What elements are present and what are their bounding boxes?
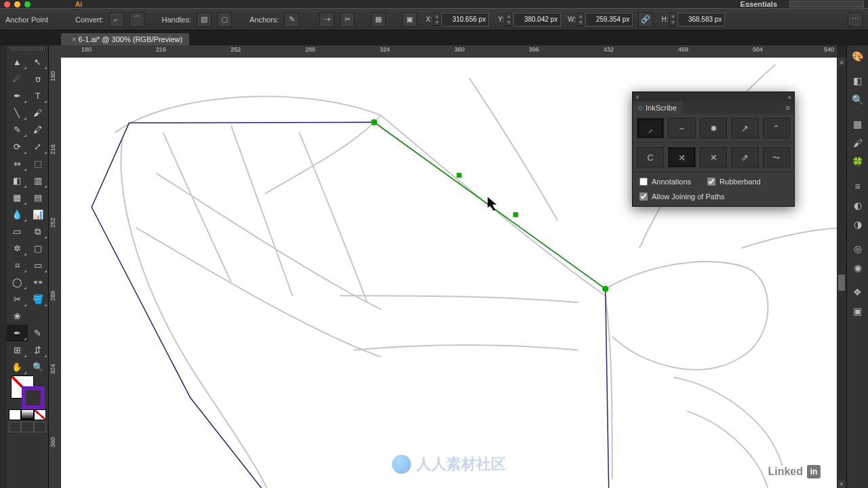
x-stepper[interactable]: ▲▼ [433, 13, 440, 26]
tab-close-icon[interactable]: × [72, 35, 76, 43]
snap-point-icon[interactable]: ✸ [700, 118, 727, 138]
mesh-tool[interactable]: ▤ [28, 189, 49, 206]
inkscribe-pen-tool[interactable]: ✒ [7, 325, 28, 342]
ellipse-tool[interactable]: ◯ [7, 274, 28, 291]
top-search-field[interactable] [789, 1, 864, 7]
retract-icon[interactable]: ⤳ [763, 147, 790, 167]
hand-tool[interactable]: ✋ [7, 359, 28, 375]
vertical-scrollbar[interactable]: ▲ ▼ [837, 58, 846, 488]
magic-wand-tool[interactable]: ☄ [7, 70, 28, 87]
tangent-icon[interactable]: ↗ [731, 118, 758, 138]
align-icon[interactable]: ▦ [371, 12, 386, 27]
hide-handles-icon[interactable]: ▢ [217, 12, 232, 27]
mirror-tool[interactable]: ⇵ [28, 342, 49, 359]
corner-icon[interactable]: ⌃ [763, 118, 790, 138]
direct-selection-tool[interactable]: ↖ [28, 54, 49, 70]
y-field[interactable] [513, 13, 561, 26]
selection-tool[interactable]: ▲ [7, 54, 28, 70]
smart-remove-icon[interactable]: ⤨ [668, 147, 695, 167]
transparency-panel-icon[interactable]: ◑ [847, 215, 868, 234]
line-icon[interactable]: ⸝ [637, 118, 664, 138]
binoculars-tool[interactable]: 👓 [28, 274, 49, 291]
find-replace-icon[interactable]: 🔍 [847, 90, 868, 109]
width-tool[interactable]: ⇔ [7, 155, 28, 172]
free-transform-tool[interactable]: ⬚ [28, 155, 49, 172]
scale-tool[interactable]: ⤢ [28, 138, 49, 155]
slice-tool[interactable]: ⌗ [7, 257, 28, 274]
inkscribe-panel[interactable]: × « InkScribe ≡ ⸝ ~ ✸ ↗ ⌃ C ⤨ ✕ ⇗ ⤳ Anno… [632, 92, 795, 207]
screen-mode-c-icon[interactable] [34, 422, 46, 432]
scroll-thumb[interactable] [838, 274, 845, 291]
symbol-sprayer-tool[interactable]: ✲ [7, 240, 28, 257]
ruler-vertical[interactable]: 180 216 252 288 324 360 [49, 58, 61, 488]
w-field[interactable] [585, 13, 633, 26]
screen-mode-a-icon[interactable] [9, 422, 21, 432]
curve-icon[interactable]: ~ [668, 118, 695, 138]
connect-path-icon[interactable]: ⇢ [319, 12, 334, 27]
line-tool[interactable]: ╲ [7, 104, 28, 121]
perspective-grid-tool[interactable]: ▦ [7, 189, 28, 206]
blob-brush-tool[interactable]: 🖍 [28, 121, 49, 138]
w-stepper[interactable]: ▲▼ [577, 13, 584, 26]
panel-tab-inkscribe[interactable]: InkScribe [633, 102, 682, 114]
gradient-panel-icon[interactable]: ◐ [847, 196, 868, 215]
y-stepper[interactable]: ▲▼ [505, 13, 512, 26]
convert-to-corner-icon[interactable]: ⌐ [109, 12, 124, 27]
artboard-tool[interactable]: ▢ [28, 240, 49, 257]
annotations-checkbox[interactable]: Annotations [639, 178, 691, 186]
panel-close-icon[interactable]: × [635, 94, 639, 101]
blend-tool[interactable]: ⧉ [28, 223, 49, 240]
swatches-panel-icon[interactable]: ▦ [847, 115, 868, 134]
pencil-tool[interactable]: ✎ [7, 121, 28, 138]
crop-tool[interactable]: ⊞ [7, 342, 28, 359]
zoom-tool[interactable]: 🔍 [28, 359, 49, 375]
symbol-tool[interactable]: ❀ [7, 308, 28, 325]
color-guide-icon[interactable]: ◧ [847, 71, 868, 90]
measure-tool[interactable]: 📊 [28, 206, 49, 223]
cut-path-icon[interactable]: ✂ [340, 12, 355, 27]
c-mode-icon[interactable]: C [637, 147, 664, 167]
eyedropper-tool[interactable]: 💧 [7, 206, 28, 223]
layers-panel-icon[interactable]: ❖ [847, 283, 868, 302]
color-mode-icon[interactable] [9, 409, 21, 420]
ruler-horizontal[interactable]: 180 216 252 288 324 360 396 432 468 504 … [61, 45, 837, 58]
scissors-tool[interactable]: ✂ [7, 291, 28, 308]
shape-builder-tool[interactable]: ◧ [7, 172, 28, 189]
workspace-switcher[interactable]: Essentials [741, 0, 781, 8]
h-stepper[interactable]: ▲▼ [669, 13, 676, 26]
panel-menu-icon[interactable]: ≡ [782, 104, 794, 112]
isolate-icon[interactable]: ▣ [402, 12, 417, 27]
artboards-panel-icon[interactable]: ▣ [847, 302, 868, 321]
brush-tool[interactable]: 🖌 [28, 104, 49, 121]
pen-tool[interactable]: ✒ [7, 87, 28, 104]
allow-join-checkbox[interactable]: Allow Joining of Paths [639, 192, 787, 201]
link-wh-icon[interactable]: 🔗 [638, 12, 653, 27]
gradient-mode-icon[interactable] [21, 409, 33, 420]
stroke-swatch-icon[interactable] [22, 386, 45, 409]
appearance-panel-icon[interactable]: ◎ [847, 239, 868, 258]
rubberband-checkbox[interactable]: Rubberband [707, 178, 761, 186]
live-paint-tool[interactable]: 🪣 [28, 291, 49, 308]
tab-active[interactable]: × 6-1.ai* @ 300% (RGB/Preview) [61, 33, 189, 45]
stroke-panel-icon[interactable]: ≡ [847, 177, 868, 196]
remove-anchor-icon[interactable]: ✎ [284, 12, 299, 27]
gradient-tool[interactable]: ▭ [7, 223, 28, 240]
panel-collapse-icon[interactable]: « [787, 94, 791, 101]
cut-icon[interactable]: ✕ [700, 147, 727, 167]
column-graph-tool[interactable]: ▥ [28, 172, 49, 189]
ruler-corner[interactable] [49, 45, 61, 58]
brushes-panel-icon[interactable]: 🖌 [847, 134, 868, 152]
control-bar-options-icon[interactable]: ⋯ [848, 12, 863, 27]
graphic-styles-icon[interactable]: ◉ [847, 258, 868, 277]
eraser-tool[interactable]: ▭ [28, 257, 49, 274]
scroll-up-icon[interactable]: ▲ [838, 58, 845, 66]
x-field[interactable] [441, 13, 489, 26]
align-handle-icon[interactable]: ⇗ [731, 147, 758, 167]
symbols-panel-icon[interactable]: 🍀 [847, 152, 868, 171]
panel-titlebar[interactable]: × « [633, 92, 794, 102]
show-handles-icon[interactable]: ▧ [197, 12, 212, 27]
maximize-window-icon[interactable] [24, 1, 31, 7]
type-tool[interactable]: T [28, 87, 49, 104]
rotate-tool[interactable]: ⟳ [7, 138, 28, 155]
minimize-window-icon[interactable] [14, 1, 20, 7]
